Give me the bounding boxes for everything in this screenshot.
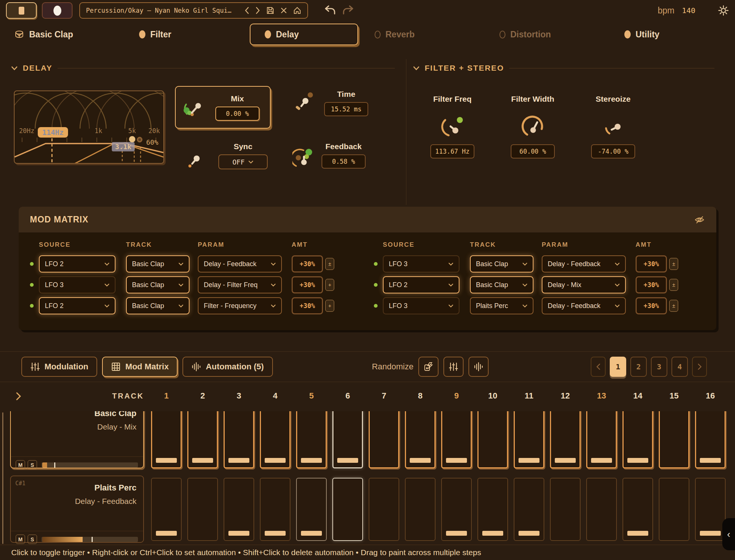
step-cell[interactable]: [369, 411, 399, 468]
filter-freq-2-handle[interactable]: 3.1k: [112, 142, 135, 151]
curve-handle-dot[interactable]: [129, 136, 135, 142]
step-cell[interactable]: [550, 478, 581, 541]
page-button-1[interactable]: 1: [610, 357, 626, 377]
preset-bar[interactable]: Percussion/Okay – Nyan Neko Girl Squi…: [79, 2, 308, 19]
amount-polarity-button[interactable]: ±: [669, 300, 678, 312]
step-cell[interactable]: [151, 478, 182, 541]
param-select[interactable]: Delay - Feedback: [198, 255, 282, 273]
stereoize-knob-icon[interactable]: [600, 112, 626, 138]
page-button-3[interactable]: 3: [651, 357, 667, 377]
filter-width-value[interactable]: 60.00 %: [511, 144, 555, 159]
track-card[interactable]: C#1Plaits PercDelay - FeedbackMS: [10, 476, 144, 543]
mute-button[interactable]: M: [16, 535, 25, 544]
step-cell[interactable]: [477, 478, 508, 541]
step-cell[interactable]: [187, 478, 218, 541]
modulation-view-button[interactable]: Modulation: [21, 357, 97, 377]
step-cell[interactable]: [332, 478, 363, 541]
filter-freq-handle[interactable]: 114Hz: [38, 127, 68, 138]
step-cell[interactable]: [260, 411, 290, 468]
stop-button[interactable]: [6, 2, 37, 19]
mod-matrix-view-button[interactable]: Mod Matrix: [102, 357, 178, 377]
sliders-randomize-button[interactable]: [443, 357, 464, 377]
amount-value[interactable]: +30%: [292, 276, 323, 293]
param-select[interactable]: Delay - Mix: [542, 276, 626, 293]
track-select[interactable]: Plaits Perc: [470, 297, 533, 314]
step-cell[interactable]: [586, 478, 617, 541]
source-select[interactable]: LFO 2: [39, 297, 116, 314]
param-select[interactable]: Delay - Feedback: [542, 255, 626, 273]
track-select[interactable]: Basic Clap: [470, 276, 533, 293]
chevron-down-icon[interactable]: [413, 66, 419, 70]
step-cell[interactable]: [695, 478, 726, 541]
tab-delay[interactable]: Delay: [250, 22, 360, 46]
track-card[interactable]: Basic ClapDelay - MixMS: [10, 411, 144, 468]
mix-value[interactable]: 0.00 %: [215, 107, 259, 121]
dice-randomize-button[interactable]: [418, 357, 439, 377]
sync-knob-icon[interactable]: [186, 147, 210, 170]
source-select[interactable]: LFO 3: [383, 255, 459, 273]
param-select[interactable]: Filter - Frequency: [198, 297, 282, 314]
eye-off-icon[interactable]: [694, 215, 705, 225]
amount-value[interactable]: +30%: [292, 297, 323, 314]
step-cell[interactable]: [659, 411, 689, 468]
next-preset-button[interactable]: [255, 7, 260, 14]
step-cell[interactable]: [622, 478, 653, 541]
source-select[interactable]: LFO 3: [383, 297, 459, 314]
previous-preset-button[interactable]: [245, 7, 249, 14]
step-cell[interactable]: [369, 478, 399, 541]
step-cell[interactable]: [405, 478, 436, 541]
step-cell[interactable]: [586, 411, 617, 468]
step-cell[interactable]: [151, 411, 182, 468]
record-button[interactable]: [42, 2, 73, 19]
bpm-value[interactable]: 140: [682, 6, 695, 15]
drawer-collapse-handle[interactable]: ‹: [722, 518, 735, 550]
track-select[interactable]: Basic Clap: [126, 255, 190, 273]
track-level-slider[interactable]: [41, 462, 138, 468]
step-cell[interactable]: [332, 411, 363, 468]
amount-polarity-button[interactable]: ±: [325, 258, 334, 270]
step-cell[interactable]: [695, 411, 726, 468]
amount-polarity-button[interactable]: ±: [669, 279, 678, 291]
step-cell[interactable]: [441, 411, 472, 468]
step-cell[interactable]: [260, 478, 290, 541]
tab-utility[interactable]: Utility: [610, 22, 735, 46]
page-button-2[interactable]: 2: [630, 357, 647, 377]
slider-marker[interactable]: [54, 462, 55, 468]
step-cell[interactable]: [477, 411, 508, 468]
source-select[interactable]: LFO 2: [383, 276, 459, 293]
step-cell[interactable]: [514, 411, 544, 468]
source-select[interactable]: LFO 2: [39, 255, 116, 273]
feedback-knob-icon[interactable]: [292, 147, 316, 170]
amount-value[interactable]: +30%: [292, 255, 323, 273]
step-cell[interactable]: [296, 411, 327, 468]
amount-polarity-button[interactable]: +: [325, 279, 334, 291]
page-prev-button[interactable]: [591, 357, 606, 377]
amount-value[interactable]: +30%: [636, 276, 667, 293]
delay-filter-graph[interactable]: 20Hz 1k 5k 20k 114Hz 3.1k 60%: [14, 90, 164, 164]
tab-basic-clap[interactable]: Basic Clap: [0, 22, 125, 46]
source-select[interactable]: LFO 3: [39, 276, 116, 293]
undo-icon[interactable]: [324, 5, 336, 16]
step-cell[interactable]: [622, 411, 653, 468]
chevron-down-icon[interactable]: [11, 66, 18, 70]
filter-width-knob-icon[interactable]: [520, 112, 546, 138]
track-level-slider[interactable]: [41, 537, 138, 542]
tab-distortion[interactable]: Distortion: [485, 22, 610, 46]
amount-value[interactable]: +30%: [636, 255, 667, 273]
home-icon[interactable]: [293, 6, 301, 15]
step-cell[interactable]: [514, 478, 544, 541]
amount-polarity-button[interactable]: +: [325, 300, 334, 312]
filter-freq-knob-icon[interactable]: [439, 112, 465, 138]
solo-button[interactable]: S: [28, 460, 37, 470]
filter-freq-value[interactable]: 113.67 Hz: [430, 144, 474, 159]
settings-gear-icon[interactable]: [718, 5, 729, 16]
stereoize-value[interactable]: -74.00 %: [591, 144, 635, 159]
feedback-value[interactable]: 0.58 %: [322, 154, 366, 169]
step-cell[interactable]: [405, 411, 436, 468]
step-cell[interactable]: [441, 478, 472, 541]
sync-dropdown[interactable]: OFF: [218, 154, 268, 169]
param-select[interactable]: Delay - Filter Freq: [198, 276, 282, 293]
amount-polarity-button[interactable]: ±: [669, 258, 678, 270]
amount-value[interactable]: +30%: [636, 297, 667, 314]
time-value[interactable]: 15.52 ms: [324, 102, 368, 116]
